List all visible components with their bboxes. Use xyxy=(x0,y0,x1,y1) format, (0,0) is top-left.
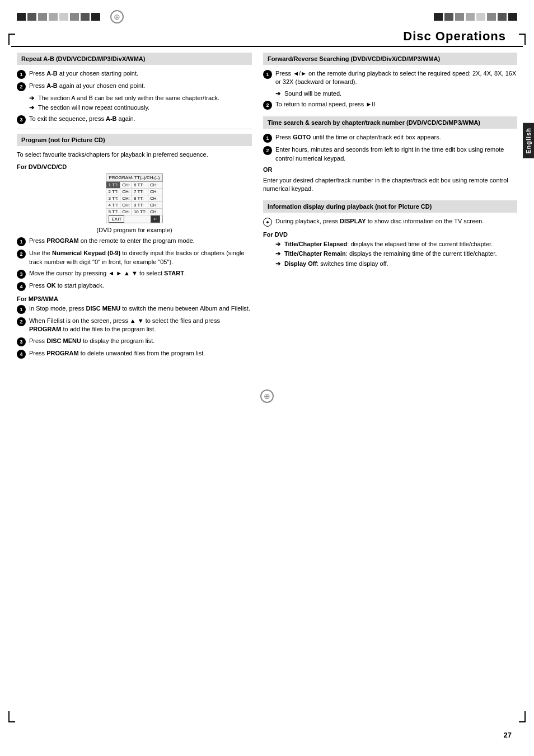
prog-num4-circle: 4 xyxy=(17,282,26,291)
repeat-ab-arrow2: ➔ The section will now repeat continuous… xyxy=(29,104,252,112)
bar-seg xyxy=(455,13,464,21)
bar-seg xyxy=(27,13,36,21)
prog-cell: 1 TT: xyxy=(106,182,120,189)
repeat-ab-text3: To exit the sequence, press A-B again. xyxy=(29,115,135,123)
prog-cell: 8 TT: xyxy=(132,195,148,202)
bar-seg xyxy=(466,13,475,21)
prog-item4: 4 Press OK to start playback. xyxy=(17,281,252,291)
compass-icon: ⊕ xyxy=(110,10,124,24)
repeat-ab-heading: Repeat A-B (DVD/VCD/CD/MP3/DivX/WMA) xyxy=(17,53,252,65)
program-caption: (DVD program for example) xyxy=(17,227,252,233)
right-column: Forward/Reverse Searching (DVD/VCD/DivX/… xyxy=(263,53,517,361)
or-body-text: Enter your desired chapter/track number … xyxy=(263,176,517,194)
bar-seg xyxy=(17,13,26,21)
mp3-num2-circle: 2 xyxy=(17,317,26,326)
mp3-text4: Press PROGRAM to delete unwanted files f… xyxy=(29,349,205,358)
prog-exit-cell: EXIT xyxy=(106,215,148,223)
prog-item3: 3 Move the cursor by pressing ◄ ► ▲ ▼ to… xyxy=(17,269,252,279)
bar-seg xyxy=(59,13,68,21)
corner-border-tr xyxy=(519,34,526,45)
prog-cell: 7 TT: xyxy=(132,189,148,195)
mp3-item3: 3 Press DISC MENU to display the program… xyxy=(17,337,252,346)
nav-button[interactable]: ↵ xyxy=(151,215,160,223)
info-text1: During playback, press DISPLAY to show d… xyxy=(275,217,484,226)
for-dvd-heading: For DVD xyxy=(263,231,517,238)
repeat-ab-item2: 2 Press A-B again at your chosen end poi… xyxy=(17,82,252,91)
prog-num3-circle: 3 xyxy=(17,270,26,279)
time-search-section: Time search & search by chapter/track nu… xyxy=(263,116,517,194)
prog-cell: 9 TT: xyxy=(132,202,148,209)
forward-reverse-heading: Forward/Reverse Searching (DVD/VCD/DivX/… xyxy=(263,53,517,65)
prog-cell: CH: xyxy=(120,182,132,189)
corner-border-bl xyxy=(8,711,15,722)
fwd-num1-circle: 1 xyxy=(263,70,272,79)
mp3-text1: In Stop mode, press DISC MENU to switch … xyxy=(29,304,250,313)
for-mp3-wma-heading: For MP3/WMA xyxy=(17,295,252,302)
top-bar-right-segments xyxy=(434,13,517,21)
bar-seg xyxy=(81,13,90,21)
fwd-num2-circle: 2 xyxy=(263,101,272,110)
mp3-item1: 1 In Stop mode, press DISC MENU to switc… xyxy=(17,304,252,314)
bar-seg xyxy=(487,13,496,21)
info-display-heading: Information display during playback (not… xyxy=(263,200,517,213)
info-arrow1-text: Title/Chapter Elapsed: displays the elap… xyxy=(284,240,493,248)
mp3-item4: 4 Press PROGRAM to delete unwanted files… xyxy=(17,349,252,359)
repeat-ab-text1: Press A-B at your chosen starting point. xyxy=(29,69,138,78)
bar-seg xyxy=(434,13,443,21)
prog-nav-cell: ↵ xyxy=(148,215,163,223)
info-display-section: Information display during playback (not… xyxy=(263,200,517,268)
arrow-symbol: ➔ xyxy=(29,104,36,112)
prog-item1: 1 Press PROGRAM on the remote to enter t… xyxy=(17,237,252,246)
time-item2: 2 Enter hours, minutes and seconds from … xyxy=(263,145,517,163)
page-number: 27 xyxy=(504,731,512,739)
or-divider: OR xyxy=(263,166,517,173)
repeat-ab-arrow1-text: The section A and B can be set only with… xyxy=(38,94,219,102)
prog-cell: CH: xyxy=(148,182,163,189)
exit-button[interactable]: EXIT xyxy=(109,215,124,223)
bar-seg xyxy=(38,13,47,21)
fwd-item1: 1 Press ◄/► on the remote during playbac… xyxy=(263,69,517,87)
bar-seg xyxy=(49,13,58,21)
time-text2: Enter hours, minutes and seconds from le… xyxy=(275,145,517,163)
fwd-text2: To return to normal speed, press ►II xyxy=(275,100,375,109)
num-3-circle: 3 xyxy=(17,115,26,124)
repeat-ab-arrow1: ➔ The section A and B can be set only wi… xyxy=(29,94,252,102)
prog-text2: Use the Numerical Keypad (0-9) to direct… xyxy=(29,249,252,266)
for-dvd-vcd-cd-heading: For DVD/VCD/CD xyxy=(17,163,252,170)
repeat-ab-text2: Press A-B again at your chosen end point… xyxy=(29,82,145,90)
top-bar: ⊕ xyxy=(0,0,534,24)
prog-cell: CH: xyxy=(120,195,132,202)
prog-text3: Move the cursor by pressing ◄ ► ▲ ▼ to s… xyxy=(29,269,186,278)
prog-cell: 5 TT: xyxy=(106,209,120,215)
time-search-heading: Time search & search by chapter/track nu… xyxy=(263,116,517,129)
prog-cell: 2 TT: xyxy=(106,189,120,195)
bar-seg xyxy=(508,13,517,21)
repeat-ab-item1: 1 Press A-B at your chosen starting poin… xyxy=(17,69,252,79)
num-1-circle: 1 xyxy=(17,70,26,79)
bar-seg xyxy=(444,13,453,21)
bar-seg xyxy=(498,13,507,21)
prog-num1-circle: 1 xyxy=(17,237,26,246)
info-arrow3-text: Display Off: switches time display off. xyxy=(284,260,388,268)
prog-cell: CH: xyxy=(120,189,132,195)
info-item1: ● During playback, press DISPLAY to show… xyxy=(263,217,517,227)
mp3-text2: When Filelist is on the screen, press ▲ … xyxy=(29,317,252,334)
mp3-num4-circle: 4 xyxy=(17,350,26,359)
arrow-symbol: ➔ xyxy=(275,90,282,98)
prog-cell: 10 TT: xyxy=(132,209,148,215)
prog-cell: 3 TT: xyxy=(106,195,120,202)
program-table: PROGRAM: TT(–)/CH:(–) 1 TT: CH: 6 TT: CH… xyxy=(106,173,162,223)
mp3-num1-circle: 1 xyxy=(17,305,26,314)
prog-cell: CH: xyxy=(148,195,163,202)
num-2-circle: 2 xyxy=(17,82,26,91)
prog-text4: Press OK to start playback. xyxy=(29,281,104,290)
arrow-symbol: ➔ xyxy=(29,94,36,102)
prog-cell: CH: xyxy=(148,202,163,209)
mp3-num3-circle: 3 xyxy=(17,337,26,346)
time-num2-circle: 2 xyxy=(263,146,272,155)
mp3-text3: Press DISC MENU to display the program l… xyxy=(29,337,154,345)
info-arrow2: ➔ Title/Chapter Remain: displays the rem… xyxy=(275,250,517,258)
prog-cell: CH: xyxy=(120,202,132,209)
program-table-header: PROGRAM: TT(–)/CH:(–) xyxy=(106,174,162,182)
bar-seg xyxy=(70,13,79,21)
